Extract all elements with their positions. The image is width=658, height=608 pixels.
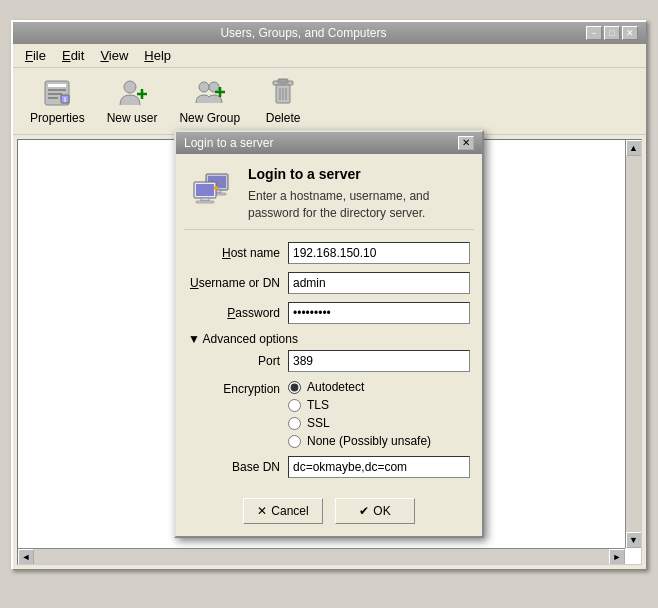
svg-point-11	[209, 82, 219, 92]
svg-rect-26	[201, 198, 209, 201]
basedn-input[interactable]	[288, 456, 470, 478]
scroll-track-h[interactable]	[34, 549, 609, 564]
scroll-track-v[interactable]	[626, 156, 642, 532]
svg-point-7	[124, 81, 136, 93]
advanced-toggle[interactable]: ▼ Advanced options	[188, 332, 470, 350]
username-input[interactable]	[288, 272, 470, 294]
encryption-ssl[interactable]: SSL	[288, 416, 431, 430]
none-label: None (Possibly unsafe)	[307, 434, 431, 448]
dialog-description: Enter a hostname, username, and password…	[248, 188, 470, 222]
main-window-title: Users, Groups, and Computers	[21, 26, 586, 40]
encryption-none[interactable]: None (Possibly unsafe)	[288, 434, 431, 448]
properties-icon: i	[41, 77, 73, 109]
advanced-label: ▼ Advanced options	[188, 332, 298, 346]
dialog-title-bar: Login to a server ✕	[176, 132, 482, 154]
none-radio[interactable]	[288, 435, 301, 448]
ok-button[interactable]: ✔ OK	[335, 498, 415, 524]
svg-rect-27	[196, 201, 214, 203]
scroll-left-button[interactable]: ◄	[18, 549, 34, 565]
delete-button[interactable]: Delete	[253, 72, 313, 130]
scroll-right-button[interactable]: ►	[609, 549, 625, 565]
menu-file[interactable]: File	[17, 46, 54, 65]
title-bar: Users, Groups, and Computers − □ ✕	[13, 22, 646, 44]
server-icon	[188, 166, 236, 214]
dialog-close-button[interactable]: ✕	[458, 136, 474, 150]
encryption-label: Encryption	[188, 380, 288, 396]
encryption-tls[interactable]: TLS	[288, 398, 431, 412]
port-row: Port	[188, 350, 470, 372]
ok-icon: ✔	[359, 504, 369, 518]
advanced-content: Port Encryption Autodetect	[188, 350, 470, 478]
svg-rect-4	[48, 97, 58, 99]
close-button[interactable]: ✕	[622, 26, 638, 40]
title-bar-controls: − □ ✕	[586, 26, 638, 40]
dialog-header: Login to a server Enter a hostname, user…	[176, 154, 482, 230]
cancel-icon: ✕	[257, 504, 267, 518]
password-input[interactable]	[288, 302, 470, 324]
menu-bar: File Edit View Help	[13, 44, 646, 68]
scroll-down-button[interactable]: ▼	[626, 532, 642, 548]
svg-rect-1	[48, 84, 66, 87]
svg-rect-3	[48, 93, 62, 95]
password-row: Password	[188, 302, 470, 324]
new-group-button[interactable]: New Group	[170, 72, 249, 130]
port-label: Port	[188, 354, 288, 368]
dialog-form: Host name Username or DN Password	[176, 238, 482, 490]
svg-point-28	[214, 186, 218, 190]
tls-label: TLS	[307, 398, 329, 412]
delete-icon	[267, 77, 299, 109]
hostname-row: Host name	[188, 242, 470, 264]
encryption-radio-group: Autodetect TLS SSL	[288, 380, 431, 448]
new-user-label: New user	[107, 111, 158, 125]
menu-edit[interactable]: Edit	[54, 46, 92, 65]
menu-view[interactable]: View	[92, 46, 136, 65]
dialog-title-text: Login to a server	[184, 136, 273, 150]
minimize-button[interactable]: −	[586, 26, 602, 40]
svg-rect-19	[278, 79, 288, 83]
encryption-autodetect[interactable]: Autodetect	[288, 380, 431, 394]
ssl-label: SSL	[307, 416, 330, 430]
new-user-icon	[116, 77, 148, 109]
ssl-radio[interactable]	[288, 417, 301, 430]
tls-radio[interactable]	[288, 399, 301, 412]
basedn-label: Base DN	[188, 460, 288, 474]
ok-label: OK	[373, 504, 390, 518]
new-group-icon	[194, 77, 226, 109]
svg-text:i: i	[64, 96, 66, 103]
username-label: Username or DN	[188, 276, 288, 290]
properties-button[interactable]: i Properties	[21, 72, 94, 130]
cancel-button[interactable]: ✕ Cancel	[243, 498, 323, 524]
horizontal-scrollbar: ◄ ►	[18, 548, 625, 564]
new-group-label: New Group	[179, 111, 240, 125]
maximize-button[interactable]: □	[604, 26, 620, 40]
hostname-label: Host name	[188, 246, 288, 260]
hostname-input[interactable]	[288, 242, 470, 264]
dialog-separator	[184, 229, 474, 230]
username-row: Username or DN	[188, 272, 470, 294]
login-dialog: Login to a server ✕	[174, 130, 484, 539]
menu-help[interactable]: Help	[136, 46, 179, 65]
dialog-header-content: Login to a server Enter a hostname, user…	[248, 166, 470, 222]
basedn-row: Base DN	[188, 456, 470, 478]
scroll-up-button[interactable]: ▲	[626, 140, 642, 156]
properties-label: Properties	[30, 111, 85, 125]
toolbar: i Properties New user	[13, 68, 646, 135]
autodetect-radio[interactable]	[288, 381, 301, 394]
dialog-heading: Login to a server	[248, 166, 470, 182]
password-label: Password	[188, 306, 288, 320]
delete-label: Delete	[266, 111, 301, 125]
autodetect-label: Autodetect	[307, 380, 364, 394]
dialog-buttons: ✕ Cancel ✔ OK	[176, 490, 482, 536]
encryption-section: Encryption Autodetect TLS	[188, 380, 470, 448]
port-input[interactable]	[288, 350, 470, 372]
svg-point-10	[199, 82, 209, 92]
new-user-button[interactable]: New user	[98, 72, 167, 130]
cancel-label: Cancel	[271, 504, 308, 518]
advanced-section: ▼ Advanced options Port Encryption	[188, 332, 470, 478]
vertical-scrollbar: ▲ ▼	[625, 140, 641, 548]
svg-rect-2	[48, 89, 66, 91]
